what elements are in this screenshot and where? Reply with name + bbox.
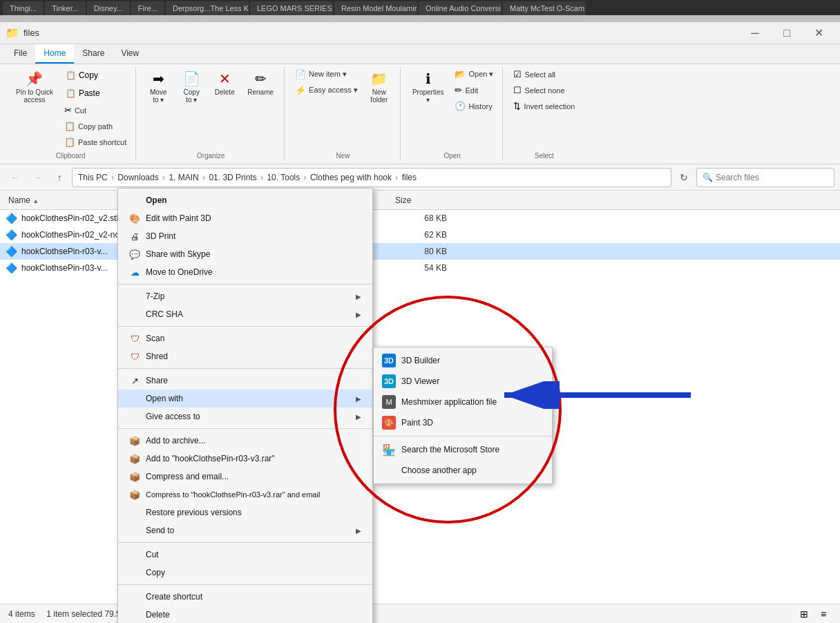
minimize-button[interactable]: ─: [739, 22, 771, 44]
ctx-restore[interactable]: Restore previous versions: [118, 504, 372, 521]
invert-selection-button[interactable]: ⇅ Invert selection: [510, 99, 578, 113]
ctx-7zip[interactable]: 7-Zip ▶: [118, 287, 372, 305]
list-view-button[interactable]: ≡: [815, 606, 832, 622]
ctx-give-access[interactable]: Give access to ▶: [118, 408, 372, 425]
tab-fire[interactable]: Fire...: [131, 1, 164, 15]
ctx-cut[interactable]: Cut: [118, 546, 372, 564]
history-button[interactable]: 🕐 History: [451, 99, 497, 113]
file-size: 62 KB: [392, 230, 447, 240]
clipboard-items: 📌 Pin to Quickaccess 📋 Copy 📋 Paste: [11, 67, 130, 149]
ctx-share-skype[interactable]: 💬 Share with Skype: [118, 245, 372, 263]
ctx-paint3d-icon: 🎨: [129, 213, 140, 224]
move-to-button[interactable]: ➡ Moveto ▾: [143, 67, 173, 107]
new-item-button[interactable]: 📄 New item ▾: [292, 67, 361, 82]
ctx-add-archive[interactable]: 📦 Add to archive...: [118, 432, 372, 450]
ctx-7zip-arrow: ▶: [356, 293, 361, 300]
select-none-button[interactable]: ☐ Select none: [510, 83, 578, 97]
submenu-choose-app[interactable]: Choose another app: [374, 460, 552, 481]
up-button[interactable]: ↑: [50, 168, 69, 187]
back-button[interactable]: ←: [6, 168, 25, 187]
ribbon-tab-view[interactable]: View: [113, 44, 147, 64]
tab-lego[interactable]: LEGO MARS SERIES...: [250, 1, 333, 15]
ribbon-tab-home[interactable]: Home: [35, 44, 74, 64]
file-icon: 🔷: [6, 229, 17, 240]
tab-derps[interactable]: Derpsorg...The Less Ki...: [166, 1, 249, 15]
tab-matty[interactable]: Matty McTest O-Scam: [503, 1, 586, 15]
header-size[interactable]: Size: [392, 195, 448, 205]
easy-access-button[interactable]: ⚡ Easy access ▾: [292, 83, 361, 97]
new-item-col: 📄 New item ▾ ⚡ Easy access ▾: [292, 67, 361, 97]
paint3d-icon: 🎨: [382, 416, 396, 430]
tab-resin[interactable]: Resin Model Moulamir...: [334, 1, 417, 15]
search-icon: 🔍: [703, 173, 713, 182]
ctx-move-onedrive[interactable]: ☁ Move to OneDrive: [118, 263, 372, 281]
ctx-crcsha-icon: [129, 309, 140, 320]
ctx-create-shortcut[interactable]: Create shortcut: [118, 588, 372, 606]
open-col: 📂 Open ▾ ✏ Edit 🕐 History: [451, 67, 497, 113]
ctx-share[interactable]: ↗ Share: [118, 372, 372, 390]
forward-button[interactable]: →: [28, 168, 47, 187]
ctx-delete[interactable]: Delete: [118, 606, 372, 623]
maximize-button[interactable]: □: [771, 22, 803, 44]
select-items: ☑ Select all ☐ Select none ⇅ Invert sele…: [510, 67, 578, 149]
ctx-open-with[interactable]: Open with ▶: [118, 390, 372, 408]
ctx-open[interactable]: Open: [118, 191, 372, 209]
tab-tinker[interactable]: Tinker...: [45, 1, 86, 15]
new-folder-button[interactable]: 📁 Newfolder: [364, 67, 394, 107]
rename-button[interactable]: ✏ Rename: [242, 67, 278, 99]
copy-to-button[interactable]: 📄 Copyto ▾: [176, 67, 207, 107]
open-icon: 📂: [455, 69, 466, 79]
open-button[interactable]: 📂 Open ▾: [451, 67, 497, 82]
winrar-icon-1: 📦: [129, 435, 140, 446]
submenu-paint3d[interactable]: 🎨 Paint 3D: [374, 412, 552, 433]
close-window-button[interactable]: ✕: [803, 22, 834, 44]
copy-button[interactable]: 📋 Copy: [61, 67, 130, 84]
tab-disney[interactable]: Disney...: [87, 1, 130, 15]
ctx-scan[interactable]: 🛡 Scan: [118, 329, 372, 347]
ctx-delete-icon: [129, 609, 140, 620]
ribbon-tab-file[interactable]: File: [6, 44, 35, 64]
submenu-store[interactable]: 🏪 Search the Microsoft Store: [374, 439, 552, 460]
ctx-sep-1: [118, 284, 372, 285]
grid-view-button[interactable]: ⊞: [796, 606, 812, 622]
paste-shortcut-button[interactable]: 📋 Paste shortcut: [61, 135, 130, 149]
winrar-icon-4: 📦: [129, 489, 140, 500]
winrar-icon-2: 📦: [129, 453, 140, 464]
ctx-compress-rar-email[interactable]: 📦 Compress to "hookClothsePin-r03-v3.rar…: [118, 486, 372, 504]
ctx-3dprint[interactable]: 🖨 3D Print: [118, 227, 372, 245]
ctx-send-to[interactable]: Send to ▶: [118, 521, 372, 539]
copy-path-button[interactable]: 📋 Copy path: [61, 119, 130, 133]
ctx-add-rar[interactable]: 📦 Add to "hookClothsePin-r03-v3.rar": [118, 450, 372, 468]
submenu-3dbuilder[interactable]: 3D 3D Builder: [374, 350, 552, 371]
ctx-compress-email[interactable]: 📦 Compress and email...: [118, 468, 372, 486]
cut-button[interactable]: ✂ Cut: [61, 103, 130, 117]
ctx-copy[interactable]: Copy: [118, 564, 372, 582]
search-box[interactable]: 🔍: [696, 168, 834, 187]
edit-button[interactable]: ✏ Edit: [451, 83, 497, 97]
paste-button[interactable]: 📋 Paste: [61, 85, 130, 102]
tab-audio[interactable]: Online Audio Conversi...: [419, 1, 502, 15]
submenu-3dviewer[interactable]: 3D 3D Viewer: [374, 371, 552, 392]
select-all-button[interactable]: ☑ Select all: [510, 67, 578, 82]
ctx-edit-paint3d[interactable]: 🎨 Edit with Paint 3D: [118, 209, 372, 227]
breadcrumb-bar[interactable]: This PC › Downloads › 1. MAIN › 01. 3D P…: [72, 168, 671, 187]
search-input[interactable]: [716, 173, 828, 182]
invert-icon: ⇅: [513, 101, 521, 111]
delete-button[interactable]: ✕ Delete: [209, 67, 240, 99]
pin-to-quick-access-button[interactable]: 📌 Pin to Quickaccess: [11, 67, 58, 107]
properties-button[interactable]: ℹ Properties▾: [408, 67, 449, 107]
new-items: 📄 New item ▾ ⚡ Easy access ▾ 📁 Newfolder: [292, 67, 394, 149]
submenu-sep: [374, 436, 552, 437]
ribbon-tab-share[interactable]: Share: [74, 44, 113, 64]
tab-thingi[interactable]: Thingi...: [3, 1, 44, 15]
file-icon: 🔷: [6, 262, 17, 274]
ctx-openwith-icon: [129, 393, 140, 404]
ctx-shred[interactable]: 🛡 Shred: [118, 347, 372, 365]
submenu-meshmixer[interactable]: M Meshmixer application file: [374, 392, 552, 412]
refresh-button[interactable]: ↻: [674, 168, 694, 187]
ctx-sep-6: [118, 584, 372, 585]
browser-tabs: Thingi... Tinker... Disney... Fire... De…: [0, 0, 840, 15]
ctx-crcsha-arrow: ▶: [356, 311, 361, 318]
ctx-access-icon: [129, 411, 140, 422]
ctx-crcsha[interactable]: CRC SHA ▶: [118, 305, 372, 323]
